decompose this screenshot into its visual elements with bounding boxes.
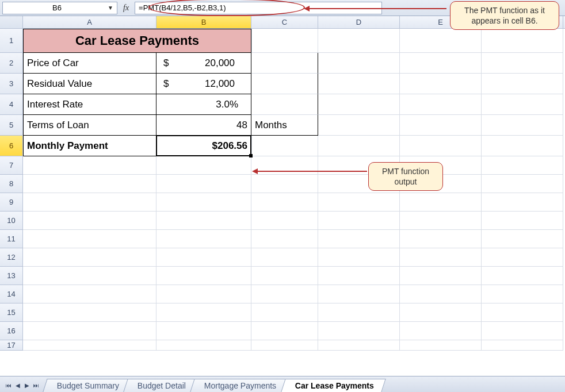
row-header-10[interactable]: 10 — [0, 212, 23, 230]
cell-b7[interactable] — [156, 156, 251, 175]
col-header-b[interactable]: B — [156, 16, 251, 28]
cell-d4[interactable] — [318, 94, 400, 115]
cell-a10[interactable] — [23, 212, 156, 230]
cell-e12[interactable] — [400, 248, 482, 267]
cell-a11[interactable] — [23, 230, 156, 248]
row-header-2[interactable]: 2 — [0, 53, 23, 74]
cell-f5[interactable] — [482, 115, 563, 136]
cell-b13[interactable] — [156, 267, 251, 285]
row-header-5[interactable]: 5 — [0, 115, 23, 136]
cell-b17[interactable] — [156, 340, 251, 351]
col-header-a[interactable]: A — [23, 16, 156, 28]
cell-d14[interactable] — [318, 285, 400, 303]
cell-c2[interactable] — [251, 53, 318, 74]
cell-e2[interactable] — [400, 53, 482, 74]
value-terms[interactable]: 48 — [156, 115, 251, 136]
select-all-corner[interactable] — [0, 16, 23, 28]
cell-b9[interactable] — [156, 193, 251, 212]
cell-e17[interactable] — [400, 340, 482, 351]
cell-b8[interactable] — [156, 175, 251, 193]
cell-f6[interactable] — [482, 136, 563, 156]
cell-d1[interactable] — [318, 29, 400, 53]
cell-b12[interactable] — [156, 248, 251, 267]
label-terms[interactable]: Terms of Loan — [23, 115, 156, 136]
cell-d15[interactable] — [318, 303, 400, 322]
cell-d17[interactable] — [318, 340, 400, 351]
cell-f3[interactable] — [482, 74, 563, 94]
cell-a7[interactable] — [23, 156, 156, 175]
value-residual[interactable]: $ 12,000 — [156, 74, 251, 94]
cell-c7[interactable] — [251, 156, 318, 175]
cell-d10[interactable] — [318, 212, 400, 230]
row-header-3[interactable]: 3 — [0, 74, 23, 94]
cell-c3[interactable] — [251, 74, 318, 94]
cell-c15[interactable] — [251, 303, 318, 322]
tab-budget-summary[interactable]: Budget Summary — [43, 379, 131, 392]
cell-f16[interactable] — [482, 322, 563, 340]
value-price[interactable]: $ 20,000 — [156, 53, 251, 74]
tab-budget-detail[interactable]: Budget Detail — [123, 379, 198, 392]
cell-c11[interactable] — [251, 230, 318, 248]
tab-car-lease-payments[interactable]: Car Lease Payments — [281, 379, 385, 392]
row-header-13[interactable]: 13 — [0, 267, 23, 285]
cell-b16[interactable] — [156, 322, 251, 340]
cell-f7[interactable] — [482, 156, 563, 175]
cell-d16[interactable] — [318, 322, 400, 340]
cell-d11[interactable] — [318, 230, 400, 248]
value-rate[interactable]: 3.0% — [156, 94, 251, 115]
cell-a17[interactable] — [23, 340, 156, 351]
row-header-12[interactable]: 12 — [0, 248, 23, 267]
cell-f13[interactable] — [482, 267, 563, 285]
cell-f17[interactable] — [482, 340, 563, 351]
cell-f9[interactable] — [482, 193, 563, 212]
cell-e11[interactable] — [400, 230, 482, 248]
row-header-4[interactable]: 4 — [0, 94, 23, 115]
cell-a9[interactable] — [23, 193, 156, 212]
cell-a13[interactable] — [23, 267, 156, 285]
cell-a12[interactable] — [23, 248, 156, 267]
cell-f10[interactable] — [482, 212, 563, 230]
cell-e6[interactable] — [400, 136, 482, 156]
last-sheet-icon[interactable]: ⏭ — [32, 381, 40, 390]
row-header-7[interactable]: 7 — [0, 156, 23, 175]
row-header-1[interactable]: 1 — [0, 29, 23, 53]
row-header-8[interactable]: 8 — [0, 175, 23, 193]
cell-c12[interactable] — [251, 248, 318, 267]
cell-f15[interactable] — [482, 303, 563, 322]
cell-c10[interactable] — [251, 212, 318, 230]
cell-e3[interactable] — [400, 74, 482, 94]
cell-c17[interactable] — [251, 340, 318, 351]
chevron-down-icon[interactable]: ▼ — [108, 5, 113, 11]
row-header-6[interactable]: 6 — [0, 136, 23, 156]
label-price[interactable]: Price of Car — [23, 53, 156, 74]
row-header-16[interactable]: 16 — [0, 322, 23, 340]
cell-e16[interactable] — [400, 322, 482, 340]
next-sheet-icon[interactable]: ▶ — [23, 381, 31, 390]
cell-d2[interactable] — [318, 53, 400, 74]
cell-f14[interactable] — [482, 285, 563, 303]
first-sheet-icon[interactable]: ⏮ — [5, 381, 13, 390]
cell-a15[interactable] — [23, 303, 156, 322]
cell-c4[interactable] — [251, 94, 318, 115]
cell-b11[interactable] — [156, 230, 251, 248]
cell-f1[interactable] — [482, 29, 563, 53]
cell-d5[interactable] — [318, 115, 400, 136]
cell-b14[interactable] — [156, 285, 251, 303]
fx-icon[interactable]: fx — [120, 3, 132, 13]
cell-d3[interactable] — [318, 74, 400, 94]
cell-b15[interactable] — [156, 303, 251, 322]
cell-a14[interactable] — [23, 285, 156, 303]
cell-e5[interactable] — [400, 115, 482, 136]
cell-d9[interactable] — [318, 193, 400, 212]
col-header-c[interactable]: C — [251, 16, 318, 28]
cell-c9[interactable] — [251, 193, 318, 212]
row-header-17[interactable]: 17 — [0, 340, 23, 351]
row-header-9[interactable]: 9 — [0, 193, 23, 212]
cell-e10[interactable] — [400, 212, 482, 230]
title-cell[interactable]: Car Lease Payments — [23, 29, 251, 53]
cell-d6[interactable] — [318, 136, 400, 156]
cell-f2[interactable] — [482, 53, 563, 74]
cell-c16[interactable] — [251, 322, 318, 340]
cell-f4[interactable] — [482, 94, 563, 115]
value-terms-unit[interactable]: Months — [251, 115, 318, 136]
